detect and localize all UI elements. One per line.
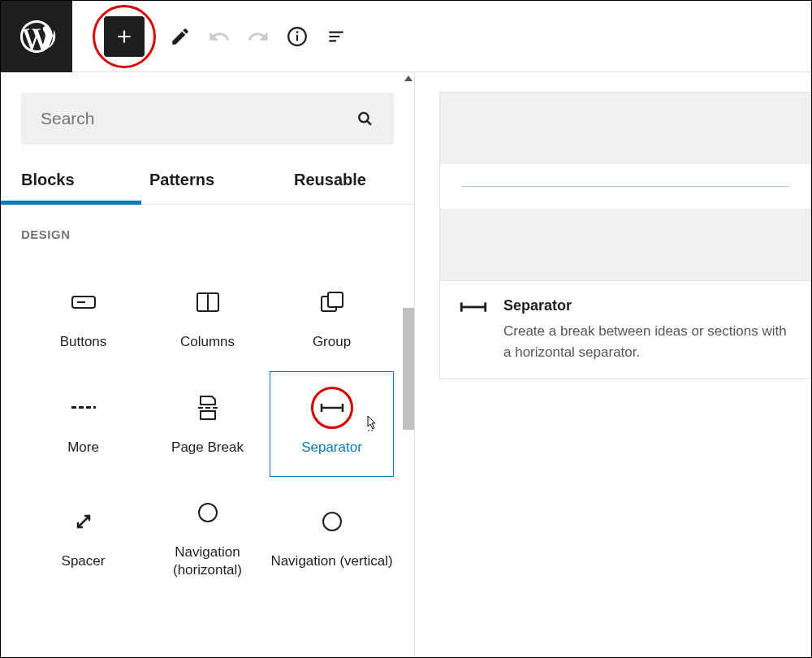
- list-icon: [326, 26, 347, 47]
- svg-rect-6: [77, 301, 85, 303]
- buttons-icon: [71, 294, 96, 310]
- info-button[interactable]: [283, 22, 312, 51]
- plus-icon: [114, 26, 135, 47]
- scrollbar-thumb[interactable]: [403, 308, 414, 430]
- svg-line-4: [367, 121, 371, 125]
- add-block-button[interactable]: [104, 16, 145, 57]
- block-nav-horizontal[interactable]: Navigation (horizontal): [145, 477, 270, 599]
- block-pagebreak[interactable]: Page Break: [145, 371, 270, 477]
- block-pagebreak-label: Page Break: [171, 439, 244, 457]
- svg-rect-13: [86, 406, 91, 409]
- list-view-button[interactable]: [322, 22, 351, 51]
- group-icon: [321, 292, 343, 313]
- info-icon: [287, 26, 308, 47]
- cursor-icon: [362, 414, 378, 434]
- preview-placeholder-bottom: [440, 209, 810, 280]
- info-title: Separator: [503, 297, 791, 314]
- block-spacer-label: Spacer: [62, 552, 106, 570]
- topbar: [1, 1, 811, 72]
- undo-icon: [208, 25, 231, 48]
- main-area: Blocks Patterns Reusable DESIGN Buttons …: [1, 72, 811, 657]
- redo-button[interactable]: [244, 22, 273, 51]
- block-buttons[interactable]: Buttons: [21, 266, 145, 371]
- block-separator-label: Separator: [301, 439, 362, 457]
- block-columns[interactable]: Columns: [145, 266, 270, 371]
- info-description: Create a break between ideas or sections…: [503, 321, 791, 362]
- search-box: [21, 93, 394, 145]
- search-input[interactable]: [41, 109, 356, 128]
- toolbar-buttons: [72, 5, 351, 68]
- svg-rect-12: [79, 406, 84, 409]
- pagebreak-icon: [198, 396, 218, 420]
- block-more-label: More: [67, 439, 99, 457]
- svg-rect-14: [93, 406, 96, 409]
- block-info: Separator Create a break between ideas o…: [439, 281, 811, 379]
- block-separator[interactable]: Separator: [270, 371, 394, 477]
- block-inserter-panel: Blocks Patterns Reusable DESIGN Buttons …: [1, 72, 415, 657]
- compass-icon: [322, 511, 343, 532]
- pencil-icon: [170, 26, 191, 47]
- columns-icon: [197, 292, 219, 312]
- preview-panel: Separator Create a break between ideas o…: [415, 72, 811, 657]
- blocks-grid: Buttons Columns Group More Page Break: [21, 266, 394, 599]
- block-group[interactable]: Group: [270, 266, 394, 371]
- separator-icon: [460, 301, 487, 314]
- block-nav-vertical[interactable]: Navigation (vertical): [270, 477, 394, 599]
- tab-reusable[interactable]: Reusable: [270, 162, 414, 204]
- svg-rect-11: [71, 406, 76, 409]
- svg-point-3: [360, 113, 369, 122]
- block-group-label: Group: [313, 333, 351, 351]
- more-icon: [71, 404, 96, 412]
- wordpress-logo[interactable]: [1, 1, 72, 72]
- compass-icon: [197, 502, 218, 523]
- search-icon: [356, 109, 374, 128]
- wordpress-icon: [17, 17, 56, 56]
- svg-point-2: [296, 31, 299, 33]
- separator-icon: [320, 402, 344, 413]
- scrollbar-up-arrow: [404, 76, 412, 81]
- tab-patterns[interactable]: Patterns: [141, 162, 270, 204]
- block-more[interactable]: More: [21, 371, 145, 477]
- edit-button[interactable]: [166, 22, 195, 51]
- add-highlight-circle: [93, 5, 156, 68]
- redo-icon: [247, 25, 270, 48]
- spacer-icon: [74, 512, 93, 531]
- preview-separator: [440, 164, 810, 209]
- svg-rect-1: [296, 34, 298, 41]
- block-preview: [439, 92, 811, 281]
- separator-highlight-circle: [311, 387, 353, 429]
- tab-blocks[interactable]: Blocks: [1, 162, 141, 205]
- svg-point-22: [323, 513, 341, 530]
- inserter-tabs: Blocks Patterns Reusable: [1, 162, 414, 205]
- scrollbar[interactable]: [402, 72, 415, 657]
- block-buttons-label: Buttons: [60, 333, 107, 351]
- undo-button[interactable]: [205, 22, 234, 51]
- section-design-label: DESIGN: [21, 227, 394, 241]
- block-columns-label: Columns: [180, 333, 235, 351]
- block-spacer[interactable]: Spacer: [21, 477, 145, 599]
- preview-placeholder-top: [440, 93, 810, 164]
- svg-point-21: [199, 504, 217, 522]
- block-navh-label: Navigation (horizontal): [146, 543, 269, 579]
- svg-rect-10: [328, 292, 343, 307]
- block-navv-label: Navigation (vertical): [270, 552, 392, 570]
